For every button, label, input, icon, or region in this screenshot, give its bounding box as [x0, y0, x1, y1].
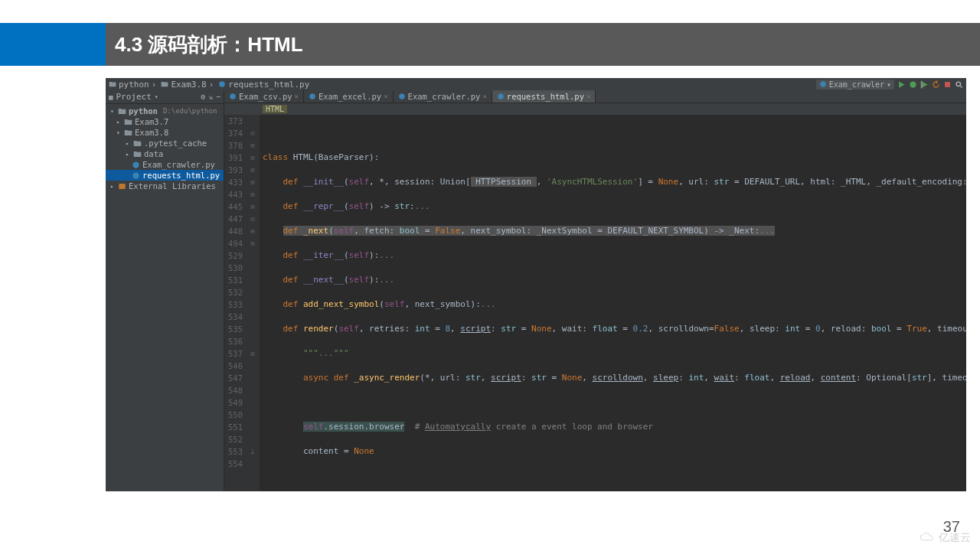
python-file-icon — [309, 93, 316, 100]
tree-root[interactable]: ▾pythonD:\edu\python — [106, 106, 224, 116]
project-tree[interactable]: ▾pythonD:\edu\python ▸Exam3.7 ▾Exam3.8 ▸… — [106, 104, 224, 491]
close-icon[interactable]: × — [295, 93, 299, 100]
tree-folder[interactable]: ▾Exam3.8 — [106, 127, 224, 138]
ide-toolbar: python › Exam3.8 › requests_html.py Exam… — [106, 78, 966, 90]
python-file-icon — [819, 80, 827, 88]
project-panel-header[interactable]: ▦ Project ▾ ⚙ ⇲ − — [106, 90, 224, 104]
refresh-icon[interactable] — [932, 80, 940, 89]
python-file-icon — [218, 80, 226, 88]
code-editor[interactable]: 3733743783913934334434454474484945295305… — [224, 115, 966, 491]
watermark-cloud-icon — [919, 533, 936, 543]
tab-exam-excel[interactable]: Exam_excel.py× — [304, 90, 394, 103]
crumb-file[interactable]: requests_html.py — [218, 80, 309, 90]
tab-exam-csv[interactable]: Exam_csv.py× — [224, 90, 304, 103]
svg-line-6 — [960, 85, 962, 87]
svg-point-8 — [132, 172, 139, 178]
python-file-icon — [497, 93, 505, 100]
close-icon[interactable]: × — [586, 93, 590, 100]
svg-point-1 — [820, 81, 826, 87]
tab-exam-crawler[interactable]: Exam_crawler.py× — [394, 90, 492, 103]
tree-external-libs[interactable]: ▸External Libraries — [106, 181, 224, 191]
svg-point-0 — [220, 81, 226, 87]
python-file-icon — [398, 93, 406, 100]
svg-point-12 — [399, 93, 405, 99]
svg-rect-4 — [945, 82, 950, 87]
svg-rect-9 — [119, 184, 125, 189]
close-icon[interactable]: × — [482, 93, 486, 100]
line-gutter: 3733743783913934334434454474484945295305… — [224, 115, 246, 491]
folder-icon — [161, 80, 168, 88]
svg-point-2 — [910, 81, 916, 87]
close-icon[interactable]: × — [384, 93, 387, 100]
search-icon[interactable] — [955, 80, 963, 89]
slide-title-bar: 4.3 源码剖析：HTML — [106, 23, 980, 66]
folder-icon — [109, 80, 116, 88]
slide-title: 4.3 源码剖析：HTML — [115, 31, 303, 58]
project-panel: ▦ Project ▾ ⚙ ⇲ − ▾pythonD:\edu\python ▸… — [106, 90, 224, 491]
run-config-selector[interactable]: Exam_crawler ▾ — [816, 80, 894, 90]
stop-icon[interactable] — [943, 80, 952, 89]
editor-breadcrumb: HTML — [224, 103, 966, 115]
tree-folder[interactable]: ▸.pytest_cache — [106, 138, 224, 148]
ide-window: python › Exam3.8 › requests_html.py Exam… — [106, 78, 966, 491]
svg-point-5 — [956, 82, 961, 86]
tab-requests-html[interactable]: requests_html.py× — [492, 90, 596, 103]
breadcrumbs: python › Exam3.8 › requests_html.py — [109, 80, 309, 90]
tree-folder[interactable]: ▸data — [106, 148, 224, 159]
editor-area: Exam_csv.py× Exam_excel.py× Exam_crawler… — [224, 90, 966, 491]
svg-point-11 — [309, 93, 315, 99]
breadcrumb-class[interactable]: HTML — [263, 105, 287, 113]
coverage-icon[interactable] — [920, 80, 929, 89]
fold-gutter[interactable]: ⊟⊞⊞⊞⊞⊞⊞⊟⊞⊞⊞⊥ — [246, 115, 260, 491]
svg-point-10 — [230, 93, 236, 99]
python-file-icon — [229, 93, 237, 100]
svg-point-7 — [132, 161, 139, 168]
collapse-icon[interactable]: ⇲ — [209, 93, 213, 101]
run-icon[interactable] — [897, 80, 906, 89]
code-content[interactable]: class HTML(BaseParser): def __init__(sel… — [260, 115, 966, 491]
svg-rect-3 — [921, 80, 923, 88]
debug-icon[interactable] — [909, 80, 917, 89]
tree-file[interactable]: Exam_crawler.py — [106, 159, 224, 170]
watermark: 亿速云 — [919, 531, 971, 545]
crumb-folder[interactable]: Exam3.8 › — [161, 80, 214, 90]
crumb-root[interactable]: python › — [109, 80, 156, 90]
gear-icon[interactable]: ⚙ — [201, 93, 206, 101]
hide-icon[interactable]: − — [216, 93, 220, 101]
tree-file-selected[interactable]: requests_html.py — [106, 170, 224, 181]
svg-point-13 — [498, 93, 504, 99]
editor-tabs: Exam_csv.py× Exam_excel.py× Exam_crawler… — [224, 90, 966, 103]
slide-accent-block — [0, 23, 106, 66]
tree-folder[interactable]: ▸Exam3.7 — [106, 116, 224, 127]
